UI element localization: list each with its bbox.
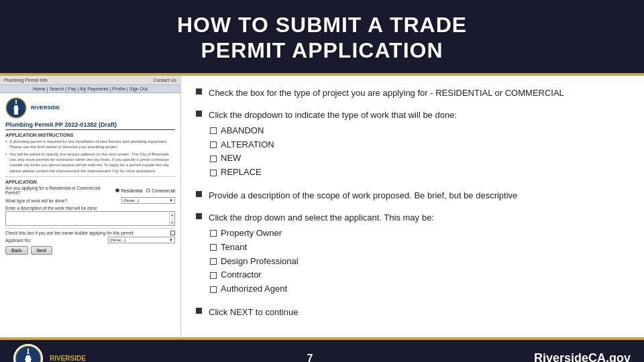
footer-site-url: RiversideCA.gov	[534, 351, 631, 362]
instruction-bullet-2: Click the dropdown to indicate the type …	[196, 109, 629, 180]
bullet-icon-4	[196, 213, 202, 219]
form-btn-row: Back Next	[5, 246, 175, 255]
main-content: Plumbing Permit Info Contact Us Home | S…	[0, 76, 644, 337]
sub-item-alteration: ALTERATION	[210, 138, 629, 152]
nav-bar[interactable]: Home | Search | Pay | My Payments | Prof…	[0, 85, 180, 93]
back-button[interactable]: Back	[5, 246, 28, 255]
radio-dot-commercial	[146, 188, 150, 192]
instruction-text-2: Click the dropdown to indicate the type …	[209, 109, 629, 180]
checkbox-new	[210, 156, 217, 162]
instruction-text-1: Check the box for the type of project yo…	[209, 86, 629, 100]
checkbox-contractor	[210, 272, 217, 279]
radio-residential[interactable]: Residential	[115, 188, 142, 193]
page-title: HOW TO SUBMIT A TRADE PERMIT APPLICATION	[7, 12, 637, 64]
owner-builder-checkbox[interactable]	[170, 231, 175, 235]
footer-logo: RIVERSIDE	[13, 344, 86, 362]
sub-item-replace: REPLACE	[210, 166, 629, 180]
instruction-bullet-3: Provide a description of the scope of wo…	[196, 189, 629, 202]
left-panel-form: Plumbing Permit Info Contact Us Home | S…	[0, 76, 181, 337]
checkbox-design-professional	[210, 258, 217, 265]
instruction-bullet-1: Check the box for the type of project yo…	[196, 86, 629, 100]
browser-bar-left: Plumbing Permit Info	[4, 78, 48, 82]
q2-label: What type of work will be done?	[5, 198, 121, 203]
svg-rect-1	[14, 109, 18, 115]
q1-row: Are you applying for a Residential or Co…	[5, 186, 175, 195]
svg-rect-8	[28, 349, 29, 351]
next-button[interactable]: Next	[31, 246, 52, 255]
instruction-text-5: Click NEXT to continue	[209, 306, 629, 319]
radio-commercial[interactable]: Commercial	[146, 188, 175, 193]
svg-rect-9	[26, 354, 30, 355]
owner-builder-row: Check this box if you are the owner-buil…	[5, 231, 175, 235]
svg-rect-4	[15, 104, 17, 105]
sub-item-contractor: Contractor	[210, 268, 629, 282]
svg-rect-3	[15, 100, 17, 102]
riverside-logo	[5, 97, 27, 119]
scroll-arrows: ▲ ▼	[169, 212, 174, 225]
page-number: 7	[86, 353, 534, 362]
q3-container: Enter a description of the work that wil…	[5, 206, 175, 226]
sub-item-new: NEW	[210, 152, 629, 166]
bullet-icon-2	[196, 111, 202, 117]
browser-bar-right: Contact Us	[153, 78, 176, 82]
checkbox-replace	[210, 170, 217, 176]
browser-bar: Plumbing Permit Info Contact Us	[0, 76, 180, 85]
q1-label: Are you applying for a Residential or Co…	[5, 186, 115, 195]
right-panel-instructions: Check the box for the type of project yo…	[181, 76, 644, 337]
checkbox-property-owner	[210, 230, 217, 237]
instruction-text-4: Click the drop down and select the appli…	[209, 211, 629, 296]
sub-item-design-professional: Design Professional	[210, 255, 629, 269]
owner-builder-label: Check this box if you are the owner-buil…	[5, 231, 168, 235]
q3-label: Enter a description of the work that wil…	[5, 206, 175, 210]
sub-item-abandon: ABANDON	[210, 124, 629, 138]
footer: RIVERSIDE 7 RiversideCA.gov	[0, 337, 644, 362]
applicant-row: Applicant No: (None...) ▼	[5, 237, 175, 243]
bullet-icon-3	[196, 191, 202, 197]
applicant-type-list: Property Owner Tenant Design Professiona…	[210, 227, 629, 296]
radio-dot-residential	[115, 188, 119, 192]
permit-type-radios: Residential Commercial	[115, 188, 175, 193]
permit-title: Plumbing Permit PP 2022-01382 (Draft)	[5, 121, 175, 130]
instruction-bullet-4: Click the drop down and select the appli…	[196, 211, 629, 296]
applicant-select-arrow-icon: ▼	[169, 238, 173, 242]
instruction-1: ▪ A plumbing permit is required for the …	[5, 139, 175, 174]
header: HOW TO SUBMIT A TRADE PERMIT APPLICATION	[0, 0, 644, 76]
form-title-area: RIVERSIDE	[31, 105, 60, 111]
work-type-select[interactable]: (None...) ▼	[121, 197, 175, 204]
sub-item-tenant: Tenant	[210, 241, 629, 255]
instruction-bullet-5: Click NEXT to continue	[196, 306, 629, 319]
sub-item-property-owner: Property Owner	[210, 227, 629, 241]
checkbox-abandon	[210, 127, 217, 134]
app-instructions-label: APPLICATION INSTRUCTIONS	[5, 133, 175, 137]
checkbox-tenant	[210, 244, 217, 251]
footer-logo-circle	[13, 344, 43, 362]
form-inner: RIVERSIDE Plumbing Permit PP 2022-01382 …	[0, 93, 180, 337]
bullet-icon-5	[196, 308, 202, 314]
app-section-label: APPLICATION	[5, 180, 175, 184]
work-type-list: ABANDON ALTERATION NEW REPLACE	[210, 124, 629, 180]
applicant-select[interactable]: (None...) ▼	[108, 237, 175, 243]
separator1	[5, 176, 175, 177]
applicant-label: Applicant No:	[5, 238, 108, 243]
description-textarea[interactable]: ▲ ▼	[5, 211, 175, 226]
checkbox-authorized-agent	[210, 286, 217, 293]
bullet-icon-1	[196, 88, 202, 95]
sub-item-authorized-agent: Authorized Agent	[210, 282, 629, 296]
instruction-text-3: Provide a description of the scope of wo…	[209, 189, 629, 202]
select-arrow-icon: ▼	[169, 198, 173, 202]
checkbox-alteration	[210, 141, 217, 148]
q2-row: What type of work will be done? (None...…	[5, 197, 175, 204]
form-header-row: RIVERSIDE	[5, 97, 175, 119]
separator2	[5, 228, 175, 229]
